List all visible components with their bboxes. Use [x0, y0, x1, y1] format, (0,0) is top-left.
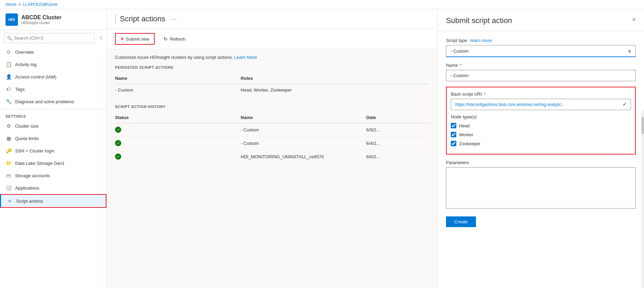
bash-uri-checkmark: ✓: [623, 102, 626, 107]
history-date-2: 6/6/2...: [366, 154, 429, 159]
sidebar-item-access-control[interactable]: 👤 Access control (IAM): [0, 71, 106, 83]
more-options-button[interactable]: ···: [169, 15, 179, 23]
history-name-1: - Custom: [241, 141, 366, 146]
history-section-label: SCRIPT ACTION HISTORY: [115, 105, 429, 109]
persisted-roles-0: Head, Worker, Zookeeper: [241, 87, 366, 93]
cluster-info: HDI ABCDE Cluster HDInsight cluster: [6, 13, 101, 26]
bash-uri-label: Bash script URI *: [451, 92, 631, 97]
persisted-table: Name Roles - Custom Head, Worker, Zookee…: [115, 73, 429, 96]
success-icon-2: ✓: [115, 153, 121, 160]
bash-uri-value: https://hdiconfigactions.blob.core.windo…: [455, 102, 623, 107]
sidebar-item-ssh-login[interactable]: 🔑 SSH + Cluster login: [0, 145, 106, 157]
data-lake-icon: 📁: [6, 160, 12, 166]
history-table-header: Status Name Date: [115, 112, 429, 123]
overview-icon: ⊙: [6, 49, 12, 55]
sidebar-header: HDI ABCDE Cluster HDInsight cluster: [0, 9, 106, 30]
sidebar-item-tags[interactable]: 🏷 Tags: [0, 83, 106, 95]
nav-list: ⊙ Overview 📋 Activity log 👤 Access contr…: [0, 46, 106, 288]
sidebar-item-activity-log[interactable]: 📋 Activity log: [0, 58, 106, 71]
success-icon-0: ✓: [115, 127, 121, 133]
refresh-button[interactable]: ↻ Refresh: [159, 34, 190, 44]
persisted-section-label: PERSISTED SCRIPT ACTIONS: [115, 65, 429, 70]
activity-log-icon: 📋: [6, 61, 12, 67]
sidebar-item-applications[interactable]: ⬜ Applications: [0, 182, 106, 194]
page-title: Script actions: [120, 14, 165, 23]
settings-section-label: Settings: [0, 111, 106, 120]
history-table: Status Name Date ✓ - Custom 6/9/2... ✓ -…: [115, 112, 429, 163]
collapse-sidebar-button[interactable]: 《: [97, 35, 102, 41]
node-types-label: Node type(s):: [451, 114, 631, 119]
cluster-size-icon: ⚙: [6, 123, 12, 129]
worker-checkbox[interactable]: [451, 132, 456, 137]
worker-label: Worker: [459, 132, 474, 137]
head-label: Head: [459, 123, 470, 128]
checkbox-head: Head: [451, 123, 631, 128]
history-name-0: - Custom: [241, 127, 366, 132]
parameters-label: Parameters: [446, 160, 636, 165]
diagnose-icon: 🔧: [6, 98, 12, 105]
toolbar: + Submit new ↻ Refresh: [107, 29, 437, 49]
main-header: Script actions ···: [107, 9, 437, 29]
create-button[interactable]: Create: [446, 216, 476, 227]
history-name-2: HDI_MONITORING_UNINSTALL_ce6570: [241, 154, 366, 159]
script-type-select[interactable]: - Custom ∨: [446, 45, 636, 57]
plus-icon: +: [121, 36, 124, 42]
cluster-name: ABCDE Cluster: [21, 14, 61, 21]
script-type-learn-more-link[interactable]: learn more: [470, 38, 492, 43]
close-panel-button[interactable]: ×: [632, 16, 636, 23]
panel-title: Submit script action: [446, 16, 512, 25]
script-actions-icon: ≡: [7, 198, 13, 204]
cluster-icon: HDI: [6, 13, 18, 26]
history-date-1: 6/4/2...: [366, 141, 429, 146]
bash-uri-input-wrap: https://hdiconfigactions.blob.core.windo…: [451, 99, 631, 110]
history-date-0: 6/9/2...: [366, 127, 429, 132]
bash-uri-section: Bash script URI * https://hdiconfigactio…: [446, 87, 636, 154]
tags-icon: 🏷: [6, 86, 12, 92]
learn-more-link[interactable]: Learn More: [234, 55, 257, 60]
right-panel: Submit script action × Script type learn…: [437, 9, 644, 288]
zookeeper-checkbox[interactable]: [451, 141, 456, 146]
sidebar-item-quota-limits[interactable]: ▦ Quota limits: [0, 132, 106, 145]
nav-divider-settings: [0, 109, 106, 109]
persisted-row-0: - Custom Head, Worker, Zookeeper: [115, 84, 429, 96]
parameters-input[interactable]: [446, 167, 636, 209]
persisted-name-0: - Custom: [115, 87, 241, 93]
checkbox-zookeeper: Zookeeper: [451, 141, 631, 146]
refresh-icon: ↻: [164, 36, 168, 42]
panel-body: Script type learn more - Custom ∨ Name *…: [438, 31, 644, 288]
checkbox-worker: Worker: [451, 132, 631, 137]
name-field-label: Name *: [446, 63, 636, 68]
sidebar: HDI ABCDE Cluster HDInsight cluster 🔍 《 …: [0, 9, 107, 288]
breadcrumb-cluster[interactable]: LLAPClUS4thJune: [23, 2, 58, 7]
sidebar-item-cluster-size[interactable]: ⚙ Cluster size: [0, 120, 106, 132]
col-status-header: Status: [115, 115, 241, 120]
script-type-label: Script type learn more: [446, 38, 636, 43]
header-divider: [115, 14, 116, 24]
sidebar-item-script-actions[interactable]: ≡ Script actions: [0, 194, 106, 208]
content-body: Customize Azure HDInsight clusters by us…: [107, 49, 437, 288]
col-name-header: Name: [115, 76, 241, 81]
history-status-2: ✓: [115, 153, 241, 160]
col-roles-header: Roles: [241, 76, 366, 81]
breadcrumb: Home > LLAPClUS4thJune: [0, 0, 644, 9]
quota-icon: ▦: [6, 135, 12, 141]
search-input[interactable]: [4, 33, 95, 43]
col-hist-name-header: Name: [241, 115, 366, 120]
sidebar-item-storage-accounts[interactable]: 🗃 Storage accounts: [0, 169, 106, 182]
info-text: Customize Azure HDInsight clusters by us…: [115, 55, 429, 60]
main-content: Script actions ··· + Submit new ↻ Refres…: [107, 9, 437, 288]
success-icon-1: ✓: [115, 140, 121, 146]
ssh-icon: 🔑: [6, 148, 12, 154]
sidebar-item-diagnose[interactable]: 🔧 Diagnose and solve problems: [0, 95, 106, 108]
sidebar-item-data-lake[interactable]: 📁 Data Lake Storage Gen1: [0, 157, 106, 169]
history-status-1: ✓: [115, 140, 241, 146]
persisted-table-header: Name Roles: [115, 73, 429, 84]
applications-icon: ⬜: [6, 185, 12, 191]
breadcrumb-home[interactable]: Home: [6, 2, 17, 7]
search-icon: 🔍: [7, 36, 12, 41]
submit-new-button[interactable]: + Submit new: [115, 33, 155, 45]
sidebar-item-overview[interactable]: ⊙ Overview: [0, 46, 106, 58]
col-date-header: Date: [366, 115, 429, 120]
head-checkbox[interactable]: [451, 123, 456, 128]
name-input[interactable]: [446, 70, 636, 81]
